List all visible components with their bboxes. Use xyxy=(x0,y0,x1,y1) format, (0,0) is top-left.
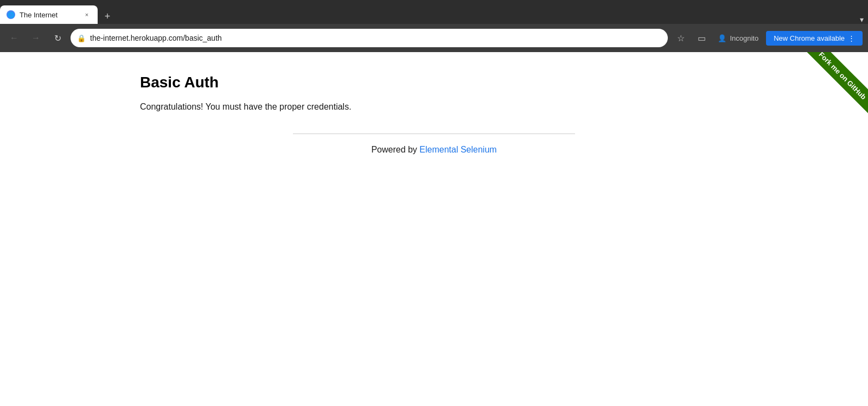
powered-by: Powered by Elemental Selenium xyxy=(140,145,728,155)
active-tab[interactable]: 🌐 The Internet × xyxy=(0,5,98,24)
new-tab-button[interactable]: + xyxy=(100,9,115,24)
forward-button[interactable]: → xyxy=(27,29,44,47)
incognito-icon: 👤 xyxy=(718,34,726,42)
sidebar-button[interactable]: ▭ xyxy=(693,29,710,47)
bookmark-icon: ☆ xyxy=(677,33,685,43)
security-icon: 🔒 xyxy=(77,34,86,42)
page-inner: Basic Auth Congratulations! You must hav… xyxy=(0,52,868,176)
page-body-text: Congratulations! You must have the prope… xyxy=(140,102,728,112)
tab-bar-right: ▾ xyxy=(860,15,868,24)
new-chrome-button[interactable]: New Chrome available ⋮ xyxy=(766,31,863,46)
tab-dropdown-arrow[interactable]: ▾ xyxy=(860,15,864,24)
tab-bar: 🌐 The Internet × + ▾ xyxy=(0,0,868,24)
toolbar: ← → ↻ 🔒 ☆ ▭ 👤 Incognito New Chrome avail… xyxy=(0,24,868,52)
incognito-button[interactable]: 👤 Incognito xyxy=(713,32,763,45)
tab-favicon: 🌐 xyxy=(7,10,15,19)
toolbar-actions: ☆ ▭ 👤 Incognito New Chrome available ⋮ xyxy=(672,29,863,47)
bookmark-button[interactable]: ☆ xyxy=(672,29,690,47)
browser-chrome: 🌐 The Internet × + ▾ ← → ↻ 🔒 ☆ ▭ xyxy=(0,0,868,52)
sidebar-icon: ▭ xyxy=(698,33,706,43)
address-bar[interactable] xyxy=(90,34,661,42)
reload-button[interactable]: ↻ xyxy=(49,29,66,47)
tab-title: The Internet xyxy=(20,11,78,19)
more-icon: ⋮ xyxy=(848,34,855,42)
elemental-selenium-link[interactable]: Elemental Selenium xyxy=(419,145,496,154)
reload-icon: ↻ xyxy=(54,33,61,43)
page-heading: Basic Auth xyxy=(140,74,728,91)
forward-icon: → xyxy=(31,33,40,43)
back-button[interactable]: ← xyxy=(5,29,23,47)
divider xyxy=(293,134,575,134)
powered-by-prefix: Powered by xyxy=(371,145,419,154)
new-chrome-label: New Chrome available xyxy=(774,34,845,42)
page-content: Basic Auth Congratulations! You must hav… xyxy=(0,52,868,406)
back-icon: ← xyxy=(10,33,18,43)
incognito-label: Incognito xyxy=(730,34,758,42)
address-bar-wrapper: 🔒 xyxy=(71,29,668,47)
tab-close-button[interactable]: × xyxy=(82,10,91,19)
